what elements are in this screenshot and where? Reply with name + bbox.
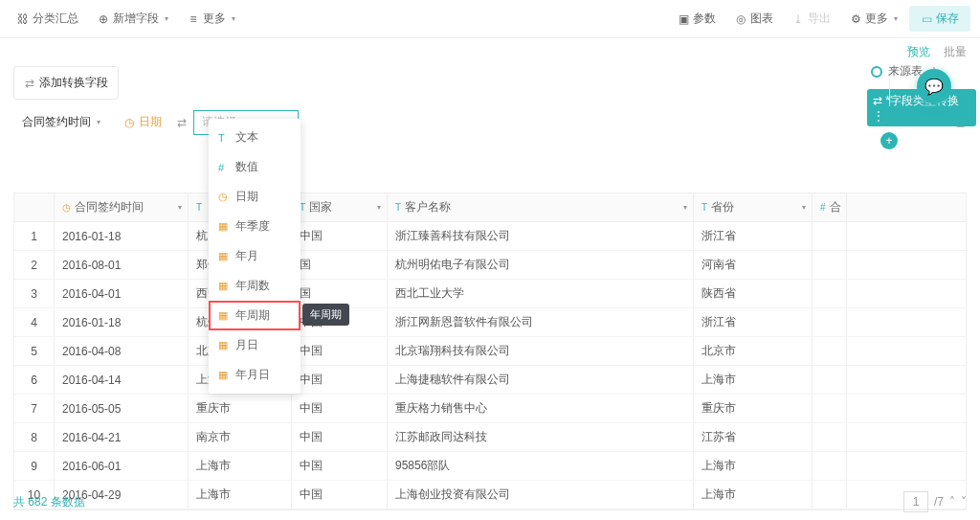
tab-preview[interactable]: 预览: [907, 44, 930, 60]
cell-other: [813, 337, 847, 365]
config-row: 合同签约时间▾ ◷日期 ⇄ 请选择 ˄ 🗑: [13, 109, 967, 135]
page-next[interactable]: ˅: [961, 495, 967, 509]
add-step-button[interactable]: +: [880, 132, 898, 149]
cell-other: [813, 280, 847, 307]
th-date[interactable]: ◷合同签约时间▾: [55, 193, 189, 221]
cell-other: [813, 222, 847, 250]
text-type-icon: T: [395, 202, 401, 213]
dd-number[interactable]: #数值: [209, 152, 301, 182]
top-more[interactable]: ≡更多▾: [180, 7, 243, 31]
dd-ymd[interactable]: ▦年月日: [209, 360, 301, 390]
cell-other: [813, 395, 847, 422]
chat-icon: 💬: [924, 78, 944, 96]
chart-icon: ◎: [735, 12, 746, 26]
table-header: ◷合同签约时间▾ T▾ T国家▾ T客户名称▾ T省份▾ #合: [14, 193, 966, 222]
top-chart[interactable]: ◎图表: [727, 7, 781, 31]
cell-city: 重庆市: [189, 395, 292, 422]
cell-date: 2016-01-18: [55, 222, 189, 250]
table-row[interactable]: 22016-08-01郑州国杭州明佑电子有限公司河南省: [14, 251, 966, 280]
tab-batch[interactable]: 批量: [944, 44, 967, 60]
table-row[interactable]: 62016-04-14上海市中国上海捷穗软件有限公司上海市: [14, 366, 966, 395]
text-type-icon: T: [702, 202, 707, 213]
caret-down-icon: ▾: [894, 14, 898, 23]
page-input[interactable]: 1: [903, 491, 928, 512]
top-add-field[interactable]: ⊕新增字段▾: [90, 7, 176, 31]
th-country[interactable]: T国家▾: [292, 193, 388, 221]
tooltip: 年周期: [302, 304, 349, 326]
caret-down-icon: ▾: [232, 14, 235, 23]
text-type-icon: T: [218, 132, 230, 144]
dd-md[interactable]: ▦月日: [209, 330, 301, 360]
pager: 1 /7 ˄ ˅: [903, 491, 967, 512]
cell-city: 南京市: [189, 423, 292, 451]
add-convert-label: 添加转换字段: [39, 75, 108, 91]
dd-yq[interactable]: ▦年季度: [209, 212, 301, 241]
th-other[interactable]: #合: [813, 193, 847, 221]
dd-yweekn[interactable]: ▦年周数: [209, 271, 301, 301]
export-icon: ⤓: [792, 12, 804, 26]
cell-date: 2016-06-01: [55, 452, 189, 480]
table-row[interactable]: 72016-05-05重庆市中国重庆格力销售中心重庆市: [14, 395, 966, 423]
save-button[interactable]: ▭保存: [909, 6, 970, 32]
cell-province: 上海市: [694, 366, 813, 394]
cell-province: 河南省: [694, 251, 813, 279]
type-chip-date[interactable]: ◷日期: [115, 109, 170, 135]
type-dropdown: T文本 #数值 ◷日期 ▦年季度 ▦年月 ▦年周数 ▦年周期 ▦月日 ▦年月日: [209, 119, 301, 394]
caret-down-icon: ▾: [377, 203, 381, 212]
cell-other: [813, 423, 847, 451]
shuffle-icon: ⇄: [24, 77, 35, 90]
more-icon[interactable]: ⋮: [873, 109, 884, 123]
cell-country: 中国: [292, 452, 388, 480]
add-convert-panel[interactable]: ⇄ 添加转换字段: [13, 66, 119, 100]
cell-index: 8: [14, 423, 55, 451]
table-row[interactable]: 32016-04-01西安国西北工业大学陕西省: [14, 280, 966, 308]
text-type-icon: T: [196, 202, 202, 213]
field-chip[interactable]: 合同签约时间▾: [13, 109, 109, 135]
cell-country: 中国: [292, 423, 388, 451]
cell-index: 1: [14, 222, 55, 250]
caret-down-icon: ▾: [178, 203, 182, 212]
cell-city: 上海市: [189, 452, 292, 480]
dd-ym[interactable]: ▦年月: [209, 241, 301, 271]
dd-text[interactable]: T文本: [209, 123, 301, 152]
calendar-icon: ▦: [218, 339, 230, 351]
cell-province: 浙江省: [694, 222, 813, 250]
cell-date: 2016-01-18: [55, 308, 189, 336]
cell-customer: 江苏邮政同达科技: [388, 423, 694, 451]
top-params[interactable]: ▣参数: [670, 7, 724, 31]
table-row[interactable]: 92016-06-01上海市中国95856部队上海市: [14, 452, 966, 481]
top-summary[interactable]: ⛓分类汇总: [10, 7, 86, 31]
subbar: 预览 批量: [0, 38, 980, 66]
page-prev[interactable]: ˄: [949, 495, 955, 509]
cell-index: 6: [14, 366, 55, 394]
table-row[interactable]: 82016-04-21南京市中国江苏邮政同达科技江苏省: [14, 423, 966, 452]
dd-yweekp[interactable]: ▦年周期: [209, 301, 301, 330]
table-row[interactable]: 42016-01-18杭州中国浙江网新恩普软件有限公司浙江省: [14, 308, 966, 337]
shuffle-icon: ⇄: [873, 94, 882, 107]
cell-province: 上海市: [694, 452, 813, 480]
calendar-icon: ▦: [218, 369, 230, 381]
list-icon: ≡: [188, 12, 199, 26]
table-row[interactable]: 12016-01-18杭…中国浙江臻善科技有限公司浙江省: [14, 222, 966, 251]
clock-icon: ◷: [218, 191, 230, 203]
cell-customer: 北京瑞翔科技有限公司: [388, 337, 694, 365]
row-count: 共 682 条数据: [13, 494, 85, 510]
cell-index: 5: [14, 337, 55, 365]
dd-date[interactable]: ◷日期: [209, 182, 301, 212]
cell-province: 北京市: [694, 337, 813, 365]
table-row[interactable]: 52016-04-08北京中国北京瑞翔科技有限公司北京市: [14, 337, 966, 366]
cell-other: [813, 452, 847, 480]
cell-index: 2: [14, 251, 55, 279]
cell-customer: 杭州明佑电子有限公司: [388, 251, 694, 279]
footer: 共 682 条数据 1 /7 ˄ ˅: [13, 491, 967, 512]
cell-other: [813, 251, 847, 279]
th-province[interactable]: T省份▾: [694, 193, 813, 221]
th-customer[interactable]: T客户名称▾: [388, 193, 694, 221]
tree-icon: ⛓: [17, 12, 29, 26]
topbar: ⛓分类汇总 ⊕新增字段▾ ≡更多▾ ▣参数 ◎图表 ⤓导出 ⚙更多▾ ▭保存: [0, 0, 980, 38]
cell-index: 3: [14, 280, 55, 307]
top-more2[interactable]: ⚙更多▾: [842, 7, 905, 31]
help-fab[interactable]: 💬: [917, 69, 951, 103]
cell-date: 2016-08-01: [55, 251, 189, 279]
cell-date: 2016-04-14: [55, 366, 189, 394]
